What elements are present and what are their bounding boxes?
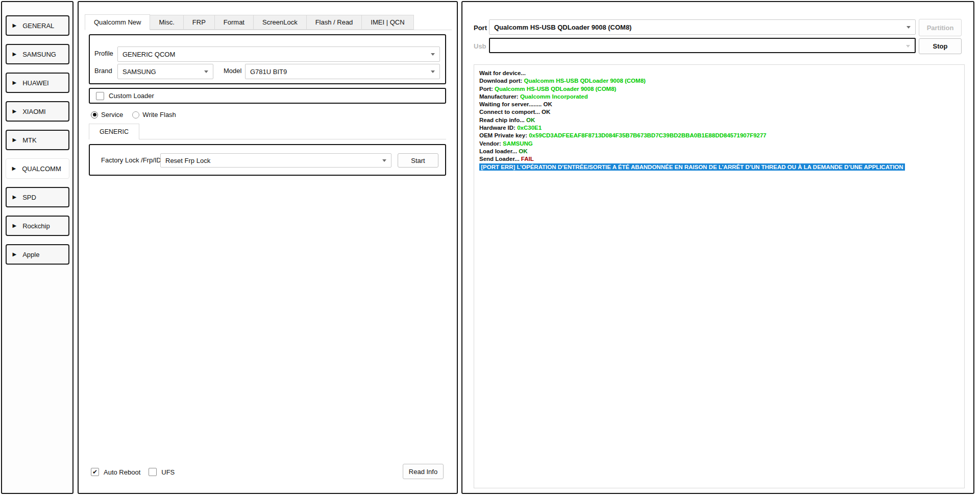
ufs-checkbox[interactable] [149,468,157,476]
tab-qualcomm-new[interactable]: Qualcomm New [85,14,150,30]
log-segment: OEM Private key: [479,132,529,138]
qualcomm-workspace-panel: Qualcomm NewMisc.FRPFormatScreenLockFlas… [78,1,458,494]
sidebar-item-label: XIAOMI [22,108,46,115]
sidebar-item-label: HUAWEI [22,79,49,87]
sidebar-item-qualcomm[interactable]: ▶QUALCOMM [6,158,69,179]
log-segment: Send Loader... [479,156,521,162]
sidebar-item-mtk[interactable]: ▶MTK [6,130,69,150]
expand-arrow-icon: ▶ [12,166,16,171]
sidebar-item-list: ▶GENERAL▶SAMSUNG▶HUAWEI▶XIAOMI▶MTK▶QUALC… [2,2,72,265]
usb-combobox[interactable] [489,38,916,53]
sidebar-item-general[interactable]: ▶GENERAL [6,15,69,36]
custom-loader-checkbox[interactable] [96,92,104,100]
port-log-panel: Port Qualcomm HS-USB QDLoader 9008 (COM8… [461,1,974,494]
mode-radio-row: Service Write Flash [91,111,182,119]
log-segment: OK [526,117,535,123]
tab-generic[interactable]: GENERIC [89,124,139,139]
log-segment: Download port: [479,78,524,84]
chevron-down-icon [906,26,911,29]
expand-arrow-icon: ▶ [13,223,17,228]
chevron-down-icon [431,70,435,73]
model-label: Model [224,67,241,75]
factory-lock-groupbox: Factory Lock /Frp/ID Reset Frp Lock Star… [89,144,446,176]
usb-label: Usb [474,42,486,50]
chevron-down-icon [382,159,386,162]
log-line: Vendor: SAMSUNG [479,140,959,148]
expand-arrow-icon: ▶ [13,23,17,28]
chevron-down-icon [431,53,435,56]
expand-arrow-icon: ▶ [13,52,17,57]
custom-loader-groupbox: Custom Loader [89,88,446,104]
log-line: Load loader... OK [479,148,959,155]
sidebar-item-label: MTK [22,136,36,144]
auto-reboot-label: Auto Reboot [104,468,140,476]
model-value: G781U BIT9 [250,68,287,76]
expand-arrow-icon: ▶ [13,109,17,114]
log-line: Manufacturer: Qualcomm Incorporated [479,93,959,101]
sidebar-item-rockchip[interactable]: ▶Rockchip [6,216,69,236]
log-segment: Wait for device... [479,70,526,76]
port-value: Qualcomm HS-USB QDLoader 9008 (COM8) [494,23,631,31]
port-combobox[interactable]: Qualcomm HS-USB QDLoader 9008 (COM8) [489,19,916,35]
log-line: [PORT ERR] L’OPÉRATION D’ENTRÉE/SORTIE A… [479,163,959,171]
log-segment: Port: [479,86,495,92]
tab-misc[interactable]: Misc. [150,15,183,30]
log-segment: Qualcomm HS-USB QDLoader 9008 (COM8) [524,78,646,84]
stop-button[interactable]: Stop [919,38,962,54]
generic-pane-divider [89,139,446,139]
log-line: OEM Private key: 0x59CD3ADFEEAF8F8713D08… [479,132,959,139]
write-flash-radio[interactable] [132,111,139,119]
log-line: Waiting for server........ OK [479,101,959,108]
log-line: Read chip info... OK [479,116,959,124]
profile-combobox[interactable]: GENERIC QCOM [117,46,440,62]
sidebar-item-label: GENERAL [22,22,54,30]
sidebar-item-label: Apple [22,251,39,258]
log-line: Send Loader... FAIL [479,155,959,163]
auto-reboot-checkbox[interactable]: ✔ [91,468,99,476]
factory-lock-combobox[interactable]: Reset Frp Lock [160,153,391,168]
sidebar-item-spd[interactable]: ▶SPD [6,187,69,207]
factory-lock-label: Factory Lock /Frp/ID [101,156,161,164]
read-info-button[interactable]: Read Info [403,464,444,479]
sidebar-item-label: Rockchip [22,222,50,230]
chevron-down-icon [906,45,910,48]
tab-imei-qcn[interactable]: IMEI | QCN [361,15,413,30]
sidebar-item-huawei[interactable]: ▶HUAWEI [6,73,69,93]
log-segment: Hardware ID: [479,125,517,131]
log-segment: Connect to comport... [479,109,542,115]
log-line: Hardware ID: 0xC30E1 [479,124,959,132]
brand-value: SAMSUNG [122,68,156,76]
log-segment: Vendor: [479,140,503,147]
sidebar-item-label: SAMSUNG [22,51,56,58]
expand-arrow-icon: ▶ [13,252,17,257]
tab-screenlock[interactable]: ScreenLock [253,15,307,30]
sidebar-item-xiaomi[interactable]: ▶XIAOMI [6,101,69,122]
top-tabstrip: Qualcomm NewMisc.FRPFormatScreenLockFlas… [85,14,452,30]
start-button[interactable]: Start [398,153,438,168]
profile-groupbox: Profile GENERIC QCOM Brand SAMSUNG Model… [89,34,446,84]
sidebar-item-apple[interactable]: ▶Apple [6,244,69,265]
footer-options-row: ✔ Auto Reboot UFS [91,468,175,476]
expand-arrow-icon: ▶ [13,80,17,85]
log-segment: Qualcomm Incorporated [520,93,588,100]
tab-flash-read[interactable]: Flash / Read [306,15,362,30]
log-segment: 0x59CD3ADFEEAF8F8713D084F35B7B673BD7C39B… [529,132,766,138]
log-segment: Load loader... [479,148,519,154]
write-flash-label: Write Flash [142,111,176,119]
brand-label: Brand [94,67,112,75]
sidebar-item-label: SPD [22,194,36,201]
model-combobox[interactable]: G781U BIT9 [245,64,440,79]
log-segment: SAMSUNG [503,140,533,147]
log-output[interactable]: Wait for device...Download port: Qualcom… [474,64,965,488]
log-segment: FAIL [521,156,534,162]
log-line: Port: Qualcomm HS-USB QDLoader 9008 (COM… [479,85,959,93]
brand-combobox[interactable]: SAMSUNG [117,64,213,79]
brand-sidebar: ▶GENERAL▶SAMSUNG▶HUAWEI▶XIAOMI▶MTK▶QUALC… [1,1,74,494]
log-line: Download port: Qualcomm HS-USB QDLoader … [479,77,959,85]
sidebar-item-samsung[interactable]: ▶SAMSUNG [6,44,69,64]
log-segment: Manufacturer: [479,93,520,100]
tab-format[interactable]: Format [214,15,254,30]
service-radio[interactable] [91,111,98,119]
tab-frp[interactable]: FRP [183,15,215,30]
expand-arrow-icon: ▶ [13,137,17,143]
